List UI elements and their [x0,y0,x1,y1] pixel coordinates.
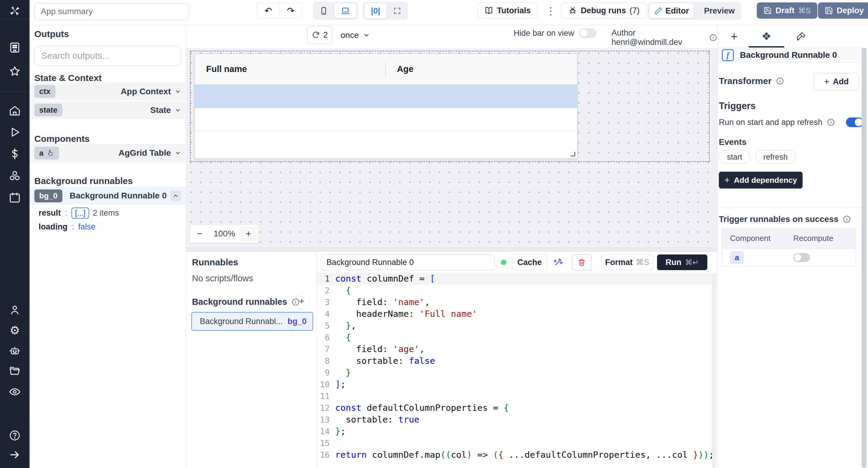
aggrid-selected-row[interactable] [195,85,577,108]
trigger-runnables-table: Component Recompute a [721,228,856,267]
deploy-button[interactable]: Deploy [818,2,868,19]
code-line-7[interactable]: 7 field: 'age', [316,343,717,355]
code-line-3[interactable]: 3 field: 'name', [316,296,717,308]
apps-icon[interactable] [8,41,22,54]
code-area[interactable]: 1const columnDef = [2 {3 field: 'name',4… [316,273,717,468]
run-button[interactable]: Run⌘↵ [657,255,707,270]
resources-boxes-icon[interactable] [8,169,22,182]
code-line-12[interactable]: 12const defaultColumnProperties = { [316,402,717,414]
output-row-state[interactable]: state State [30,101,186,119]
code-line-14[interactable]: 14}; [316,426,717,437]
aggrid-table-component[interactable]: Full name Age [194,54,578,159]
code-line-6[interactable]: 6 { [316,332,717,343]
add-transformer-button[interactable]: +Add [814,73,859,90]
delete-button[interactable] [572,255,591,270]
result-expand-button[interactable]: [...] [71,207,89,219]
info-icon[interactable] [843,215,851,224]
code-line-10[interactable]: 10]; [316,378,717,390]
event-chip-refresh[interactable]: refresh [755,150,796,164]
add-component-tab[interactable]: + [718,28,751,45]
code-line-9[interactable]: 9 } [316,367,717,378]
redo-button[interactable]: ↷ [279,3,302,19]
event-chip-start[interactable]: start [719,150,750,164]
windmill-logo-icon[interactable] [8,4,22,18]
info-icon[interactable] [709,33,717,42]
folders-icon[interactable] [8,365,22,378]
outputs-panel: Outputs State & Context ctx App Context … [30,25,186,468]
desktop-view-button[interactable] [334,3,356,19]
settings-gear-icon[interactable]: ⚙ [8,324,22,337]
code-line-2[interactable]: 2 { [316,285,717,296]
editor-scrollbar[interactable] [712,273,716,468]
code-line-11[interactable]: 11 [316,390,717,402]
help-icon[interactable] [8,429,22,442]
background-runnable-item[interactable]: Background Runnabl... bg_0 [191,312,313,331]
variables-dollar-icon[interactable] [8,147,22,161]
component-a-badge[interactable]: a [730,251,744,264]
right-panel-scrollbar[interactable] [862,47,867,468]
zoom-in-button[interactable]: + [240,226,257,241]
code-line-16[interactable]: 16return columnDef.map((col) => ({ ...de… [316,449,717,461]
info-icon[interactable] [776,77,784,85]
styling-tab[interactable] [784,28,818,45]
undo-button[interactable]: ↶ [257,3,279,19]
add-dependency-button[interactable]: +Add dependency [719,172,803,189]
column-divider[interactable] [385,62,386,77]
tab-preview[interactable]: Preview [695,3,740,19]
workers-robot-icon[interactable] [8,344,22,358]
components-title: Components [34,134,90,144]
code-line-1[interactable]: 1const columnDef = [ [316,273,717,285]
refresh-count-button[interactable]: 2 [307,26,333,44]
output-row-ctx[interactable]: ctx App Context [30,83,186,100]
mobile-view-button[interactable] [314,3,333,19]
aggrid-row[interactable] [195,108,577,132]
debug-runs-button[interactable]: Debug runs (7) [561,2,647,19]
code-line-15[interactable]: 15 [316,437,717,449]
code-line-5[interactable]: 5 }, [316,320,717,332]
column-header-full-name[interactable]: Full name [206,64,247,74]
add-background-runnable-button[interactable]: + [294,293,310,309]
column-header-age[interactable]: Age [397,64,413,74]
chevron-down-icon[interactable] [175,107,181,113]
tutorials-button[interactable]: Tutorials [477,2,538,19]
horizontal-splitter[interactable] [186,247,717,252]
chevron-up-icon[interactable] [173,193,179,199]
ai-wand-icon[interactable] [553,257,563,267]
loading-value: false [79,222,96,232]
search-outputs-input[interactable] [34,46,181,66]
audit-eye-icon[interactable] [8,385,22,398]
info-icon[interactable] [827,118,835,127]
result-row: result: [...] 2 items [30,206,186,220]
chevron-down-icon[interactable] [175,150,181,156]
component-settings-tab[interactable]: ❖ [750,28,783,45]
zoom-out-button[interactable]: − [190,228,209,239]
user-icon[interactable] [8,303,22,316]
chevron-down-icon[interactable] [175,88,181,95]
favorites-star-icon[interactable] [8,65,22,78]
code-line-4[interactable]: 4 headerName: 'Full name' [316,308,717,320]
run-on-start-toggle[interactable] [846,118,864,127]
runnable-name-input[interactable] [321,255,495,270]
format-button[interactable]: Format⌘S [601,255,653,270]
collapse-arrow-icon[interactable] [8,448,22,461]
output-row-component-a[interactable]: a AgGrid Table [30,144,186,162]
more-options-kebab-icon[interactable]: ⋮ [546,5,556,17]
runs-play-icon[interactable] [8,126,22,139]
tab-editor[interactable]: Editor [649,3,694,19]
schedules-calendar-icon[interactable] [8,191,22,204]
hide-bar-toggle[interactable] [579,28,596,38]
code-line-8[interactable]: 8 sortable: false [316,355,717,367]
app-summary-input[interactable] [34,3,189,20]
fullscreen-icon[interactable] [388,3,407,19]
draft-button[interactable]: Draft ⌘S [757,2,817,19]
output-row-bg0[interactable]: bg_0 Background Runnable 0 [30,187,186,204]
app-canvas[interactable]: Full name Age − 100% + [186,48,717,247]
home-icon[interactable] [8,104,22,117]
center-layout-button[interactable]: |0| [364,3,387,19]
refresh-policy-dropdown[interactable]: once [341,28,370,42]
cache-button[interactable]: Cache [512,255,547,270]
code-line-13[interactable]: 13 sortable: true [316,414,717,426]
resize-handle[interactable] [570,152,575,157]
recompute-toggle[interactable] [793,253,810,262]
trash-icon [578,258,586,267]
